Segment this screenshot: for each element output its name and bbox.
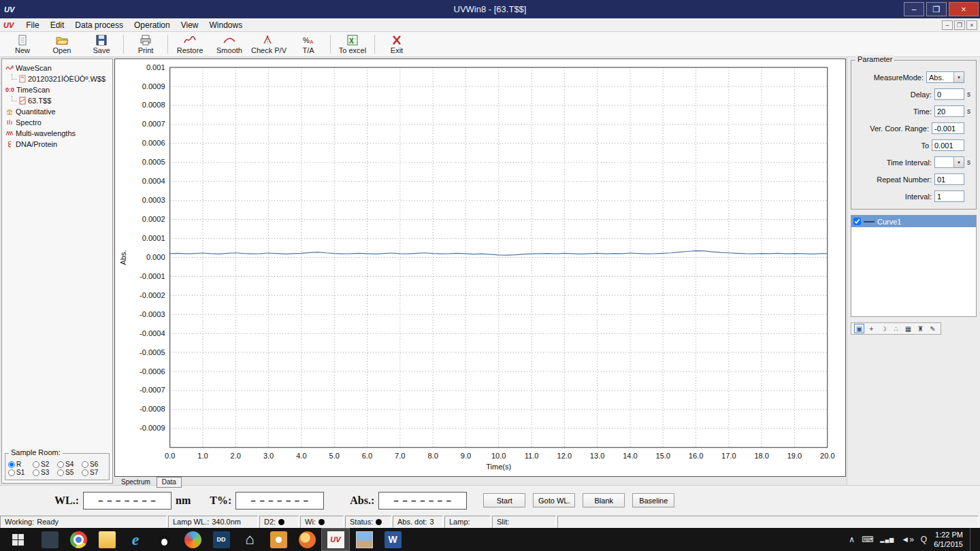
interval-input[interactable] bbox=[934, 190, 964, 202]
taskbar-app-tools[interactable] bbox=[264, 528, 293, 551]
tree-item-timescan[interactable]: 0:0 TimeScan bbox=[3, 84, 111, 95]
restore-curve-button[interactable]: Restore bbox=[170, 32, 210, 56]
tree-item-wavescan-file[interactable]: 20120321ÌÒÈÜÒº.W$$ bbox=[3, 73, 111, 84]
display-icon[interactable]: ▣ bbox=[854, 324, 864, 333]
volume-icon[interactable]: ◄» bbox=[901, 535, 914, 544]
tab-data[interactable]: Data bbox=[157, 477, 182, 488]
sample-room-option-s6[interactable]: S6 bbox=[82, 461, 106, 468]
minimize-button[interactable]: – bbox=[904, 2, 924, 16]
curve-row-curve1[interactable]: Curve1 bbox=[851, 216, 976, 227]
child-close-button[interactable]: × bbox=[966, 20, 977, 30]
delay-input[interactable] bbox=[934, 88, 964, 100]
status-indicator bbox=[376, 519, 382, 525]
taskbar-app-uvwin-active[interactable]: UV bbox=[321, 528, 350, 551]
menu-edit[interactable]: Edit bbox=[45, 18, 70, 31]
spectro-icon bbox=[5, 118, 14, 127]
close-button[interactable]: × bbox=[949, 2, 979, 16]
child-minimize-button[interactable]: – bbox=[942, 20, 953, 30]
dark-mode-icon[interactable]: ☽ bbox=[879, 324, 889, 333]
sample-room-option-s3[interactable]: S3 bbox=[33, 469, 57, 476]
ta-button[interactable]: %A T/A bbox=[289, 32, 328, 56]
time-interval-select[interactable]: ▼ bbox=[934, 156, 964, 168]
to-excel-button[interactable]: X To excel bbox=[333, 32, 372, 56]
range-to-input[interactable] bbox=[932, 139, 964, 151]
chart-area: 0.01.02.03.04.05.06.07.08.09.010.011.012… bbox=[114, 59, 846, 484]
t-percent-readout[interactable] bbox=[235, 492, 324, 510]
tree-item-wavescan[interactable]: WaveScan bbox=[3, 63, 111, 73]
svg-text:7.0: 7.0 bbox=[395, 452, 405, 460]
sample-room-option-s1[interactable]: S1 bbox=[8, 469, 33, 476]
show-desktop-button[interactable] bbox=[970, 528, 975, 551]
svg-text:5.0: 5.0 bbox=[329, 452, 339, 460]
input-language-icon[interactable]: Q bbox=[921, 535, 927, 544]
measure-mode-select[interactable]: Abs. ▼ bbox=[926, 71, 964, 83]
menu-windows[interactable]: Windows bbox=[204, 18, 248, 31]
sample-room-option-r[interactable]: R bbox=[8, 461, 33, 468]
taskbar-app-explorer[interactable] bbox=[93, 528, 121, 551]
taskbar-app-dd[interactable]: DD bbox=[207, 528, 235, 551]
taskbar-app-home[interactable]: ⌂ bbox=[235, 528, 264, 551]
tree-item-timescan-file[interactable]: 63.T$$ bbox=[3, 95, 111, 106]
menu-operation[interactable]: Operation bbox=[129, 18, 176, 31]
timescan-plot[interactable]: 0.01.02.03.04.05.06.07.08.09.010.011.012… bbox=[115, 59, 845, 476]
tab-spectrum[interactable]: Spectrum bbox=[116, 478, 155, 487]
blank-button[interactable]: Blank bbox=[583, 493, 625, 507]
repeat-number-input[interactable] bbox=[934, 173, 964, 185]
taskbar-app-photos[interactable] bbox=[350, 528, 378, 551]
menu-data-process[interactable]: Data process bbox=[69, 18, 129, 31]
open-button[interactable]: Open bbox=[42, 32, 82, 56]
timescan-chart[interactable]: 0.01.02.03.04.05.06.07.08.09.010.011.012… bbox=[114, 59, 846, 477]
taskbar-app-word[interactable]: W bbox=[378, 528, 407, 551]
taskbar-app-game[interactable] bbox=[178, 528, 207, 551]
menu-file[interactable]: File bbox=[20, 18, 44, 31]
taskbar-app-qq[interactable] bbox=[150, 528, 178, 551]
taskbar-app-ie[interactable]: e bbox=[121, 528, 150, 551]
hidden-icons-chevron-icon[interactable]: ∧ bbox=[849, 535, 855, 544]
svg-text:-0.0007: -0.0007 bbox=[140, 386, 165, 395]
taskbar-app-chrome[interactable] bbox=[64, 528, 93, 551]
points-icon[interactable]: ∴ bbox=[891, 324, 901, 333]
tree-item-quantitative[interactable]: Quantitative bbox=[3, 106, 111, 117]
chevron-down-icon: ▼ bbox=[953, 72, 964, 82]
center-icon[interactable]: + bbox=[866, 324, 877, 333]
sample-room-option-s5[interactable]: S5 bbox=[57, 469, 82, 476]
check-pv-button[interactable]: Check P/V bbox=[249, 32, 289, 56]
network-icon[interactable]: ▂▄▆ bbox=[880, 537, 894, 543]
taskbar-clock[interactable]: 1:22 PM 6/1/2015 bbox=[934, 530, 963, 550]
tree-item-dna-protein[interactable]: DNA/Protein bbox=[3, 139, 111, 150]
menu-view[interactable]: View bbox=[176, 18, 204, 31]
game-app-icon bbox=[184, 531, 201, 548]
svg-text:-0.0006: -0.0006 bbox=[140, 367, 165, 375]
settings-icon[interactable]: ✎ bbox=[928, 324, 938, 333]
grid-icon[interactable]: ▦ bbox=[903, 324, 913, 333]
sample-room-option-s4[interactable]: S4 bbox=[57, 461, 82, 468]
new-button[interactable]: New bbox=[3, 32, 42, 56]
curve1-checkbox[interactable] bbox=[853, 218, 861, 225]
tree-item-spectro[interactable]: Spectro bbox=[3, 117, 111, 128]
chart-icon[interactable]: ♜ bbox=[915, 324, 926, 333]
start-button[interactable]: Start bbox=[483, 493, 525, 507]
baseline-button[interactable]: Baseline bbox=[632, 493, 674, 507]
restore-button[interactable]: ❐ bbox=[926, 2, 947, 16]
taskbar-app-utility[interactable] bbox=[35, 528, 64, 551]
start-button-windows[interactable] bbox=[0, 528, 35, 551]
status-wi: Wi: bbox=[300, 516, 344, 528]
exit-button[interactable]: Exit bbox=[377, 32, 416, 56]
tree-item-multi-wavelengths[interactable]: Multi-wavelengths bbox=[3, 128, 111, 139]
svg-text:2.0: 2.0 bbox=[231, 452, 241, 460]
print-button[interactable]: Print bbox=[126, 32, 165, 56]
wl-readout[interactable] bbox=[83, 492, 172, 510]
sample-room-option-s2[interactable]: S2 bbox=[33, 461, 57, 468]
range-from-input[interactable] bbox=[932, 122, 964, 134]
save-button[interactable]: Save bbox=[82, 32, 121, 56]
smooth-button[interactable]: Smooth bbox=[210, 32, 249, 56]
sample-room-option-s7[interactable]: S7 bbox=[82, 469, 106, 476]
touch-keyboard-icon[interactable]: ⌨ bbox=[862, 535, 873, 544]
child-restore-button[interactable]: ❐ bbox=[954, 20, 965, 30]
abs-readout[interactable] bbox=[378, 492, 467, 510]
taskbar-app-browser[interactable] bbox=[293, 528, 321, 551]
svg-text:0.0009: 0.0009 bbox=[142, 82, 165, 90]
time-input[interactable] bbox=[934, 105, 964, 117]
abs-label: Abs.: bbox=[350, 495, 374, 507]
goto-wl-button[interactable]: Goto WL. bbox=[533, 493, 575, 507]
